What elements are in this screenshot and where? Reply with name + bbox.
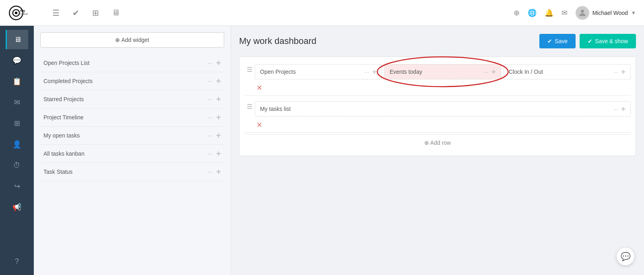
- sidebar-item-clock[interactable]: ⏱: [6, 156, 28, 175]
- widget-dots-icon[interactable]: ···: [207, 60, 212, 66]
- avatar: [576, 6, 589, 20]
- widget-actions: ··· ✛: [207, 132, 221, 139]
- sidebar-item-user[interactable]: 👤: [6, 135, 28, 154]
- cell-dots-icon[interactable]: ···: [613, 69, 618, 75]
- row2-handle-icon[interactable]: ☰: [244, 99, 255, 119]
- row2-remove: ✕: [244, 121, 631, 129]
- widget-label-all-tasks-kanban: All tasks kanban: [43, 150, 207, 157]
- nav-menu-icon[interactable]: ☰: [52, 8, 60, 18]
- add-row-separator: [244, 132, 631, 133]
- widget-move-icon[interactable]: ✛: [216, 60, 221, 66]
- widget-move-icon[interactable]: ✛: [216, 169, 221, 175]
- widget-dots-icon[interactable]: ···: [207, 114, 212, 121]
- dashboard-actions: ✔ Save ✔ Save & show: [539, 34, 636, 48]
- widget-dots-icon[interactable]: ···: [207, 169, 212, 175]
- navbar-nav: ☰ ✔ ⊞ 🖥: [52, 8, 120, 18]
- cell-move-icon[interactable]: ✛: [372, 69, 377, 75]
- widget-label-completed-projects: Completed Projects: [43, 78, 207, 84]
- row2-cells: My tasks list ··· ✛: [255, 99, 631, 119]
- cell-events-today-label: Events today: [390, 69, 484, 75]
- row1-remove: ✕: [244, 84, 631, 92]
- nav-check-icon[interactable]: ✔: [72, 8, 79, 18]
- notification-icon[interactable]: 🔔: [545, 8, 553, 17]
- main-content: My work dashboard ✔ Save ✔ Save & show ☰: [231, 26, 644, 275]
- logo[interactable]: fifty custom: [8, 5, 44, 21]
- row1-cells: Open Projects ··· ✛ Events today ··· ✛: [255, 62, 631, 82]
- list-item: Project Timeline ··· ✛: [40, 108, 224, 127]
- widget-dots-icon[interactable]: ···: [207, 96, 212, 102]
- widget-actions: ··· ✛: [207, 150, 221, 157]
- row1-remove-button[interactable]: ✕: [256, 84, 262, 92]
- add-widget-button[interactable]: ⊕ Add widget: [40, 32, 224, 48]
- cell-open-projects: Open Projects ··· ✛: [255, 64, 382, 79]
- cell-my-tasks-label: My tasks list: [260, 106, 613, 112]
- save-show-check-icon: ✔: [588, 38, 592, 44]
- save-button[interactable]: ✔ Save: [539, 34, 576, 48]
- sidebar-item-monitor[interactable]: 🖥: [6, 30, 28, 49]
- widget-actions: ··· ✛: [207, 114, 221, 121]
- sidebar-item-chat[interactable]: 💬: [6, 51, 28, 70]
- widget-move-icon[interactable]: ✛: [216, 150, 221, 157]
- cell-move-icon[interactable]: ✛: [621, 69, 625, 75]
- sidebar-item-exit[interactable]: ↪: [6, 177, 28, 196]
- widget-move-icon[interactable]: ✛: [216, 114, 221, 121]
- list-item: Open Projects List ··· ✛: [40, 54, 224, 72]
- widget-actions: ··· ✛: [207, 169, 221, 175]
- widget-move-icon[interactable]: ✛: [216, 132, 221, 139]
- dashboard-title: My work dashboard: [239, 36, 316, 46]
- widget-dots-icon[interactable]: ···: [207, 132, 212, 139]
- widget-dots-icon[interactable]: ···: [207, 150, 212, 157]
- cell-dots-icon[interactable]: ···: [365, 69, 369, 75]
- cell-events-today-actions: ··· ✛: [484, 69, 496, 75]
- user-menu[interactable]: Michael Wood ▼: [576, 6, 636, 20]
- list-item: Task Status ··· ✛: [40, 163, 224, 181]
- save-check-icon: ✔: [547, 38, 552, 44]
- cell-events-today: Events today ··· ✛: [384, 64, 501, 79]
- add-icon[interactable]: ⊕: [514, 8, 520, 17]
- sidebar-item-dashboard[interactable]: ⊞: [6, 114, 28, 133]
- add-row-button[interactable]: ⊕ Add row: [244, 134, 631, 151]
- widget-actions: ··· ✛: [207, 78, 221, 84]
- widget-label-task-status: Task Status: [43, 169, 207, 175]
- grid-row-1: ☰ Open Projects ··· ✛ Events today: [244, 62, 631, 82]
- widget-label-my-open-tasks: My open tasks: [43, 132, 207, 139]
- list-item: My open tasks ··· ✛: [40, 127, 224, 145]
- cell-clock-in-out-label: Clock In / Out: [509, 69, 613, 75]
- cell-move-icon[interactable]: ✛: [621, 106, 625, 112]
- sidebar-item-help[interactable]: ?: [6, 252, 28, 271]
- row1-handle-icon[interactable]: ☰: [244, 62, 255, 82]
- widget-dots-icon[interactable]: ···: [207, 78, 212, 84]
- widget-move-icon[interactable]: ✛: [216, 96, 221, 102]
- sidebar-item-notes[interactable]: 📋: [6, 72, 28, 91]
- nav-grid-icon[interactable]: ⊞: [92, 8, 99, 18]
- nav-monitor-icon[interactable]: 🖥: [112, 8, 120, 18]
- row-separator: [244, 95, 631, 96]
- events-cell-wrapper: Events today ··· ✛: [384, 64, 501, 79]
- main-layout: 🖥 💬 📋 ✉ ⊞ 👤 ⏱ ↪ 📢 ? ⊕ Add widget Open Pr…: [0, 26, 644, 275]
- save-show-button[interactable]: ✔ Save & show: [580, 34, 636, 48]
- list-item: All tasks kanban ··· ✛: [40, 145, 224, 163]
- navbar: fifty custom ☰ ✔ ⊞ 🖥 ⊕ 🌐 🔔 ✉ Michael Woo…: [0, 0, 644, 26]
- list-item: Starred Projects ··· ✛: [40, 90, 224, 108]
- grid-row-2: ☰ My tasks list ··· ✛: [244, 99, 631, 119]
- row2-remove-button[interactable]: ✕: [256, 121, 262, 129]
- widget-label-starred-projects: Starred Projects: [43, 96, 207, 102]
- widget-move-icon[interactable]: ✛: [216, 78, 221, 84]
- cell-move-icon[interactable]: ✛: [491, 69, 496, 75]
- cell-my-tasks-actions: ··· ✛: [613, 106, 625, 112]
- cell-clock-in-out: Clock In / Out ··· ✛: [504, 64, 631, 79]
- dashboard-header: My work dashboard ✔ Save ✔ Save & show: [239, 34, 636, 48]
- globe-icon[interactable]: 🌐: [528, 8, 537, 17]
- sidebar-item-mail[interactable]: ✉: [6, 93, 28, 112]
- svg-point-5: [581, 10, 584, 13]
- icon-sidebar: 🖥 💬 📋 ✉ ⊞ 👤 ⏱ ↪ 📢 ?: [0, 26, 34, 275]
- cell-open-projects-label: Open Projects: [260, 69, 365, 75]
- chat-bubble-button[interactable]: 💬: [617, 248, 634, 265]
- navbar-right: ⊕ 🌐 🔔 ✉ Michael Wood ▼: [514, 6, 636, 20]
- cell-dots-icon[interactable]: ···: [484, 69, 488, 75]
- cell-dots-icon[interactable]: ···: [613, 106, 618, 112]
- cell-open-projects-actions: ··· ✛: [365, 69, 377, 75]
- sidebar-item-megaphone[interactable]: 📢: [6, 198, 28, 217]
- widget-label-project-timeline: Project Timeline: [43, 114, 207, 121]
- mail-icon[interactable]: ✉: [561, 8, 568, 17]
